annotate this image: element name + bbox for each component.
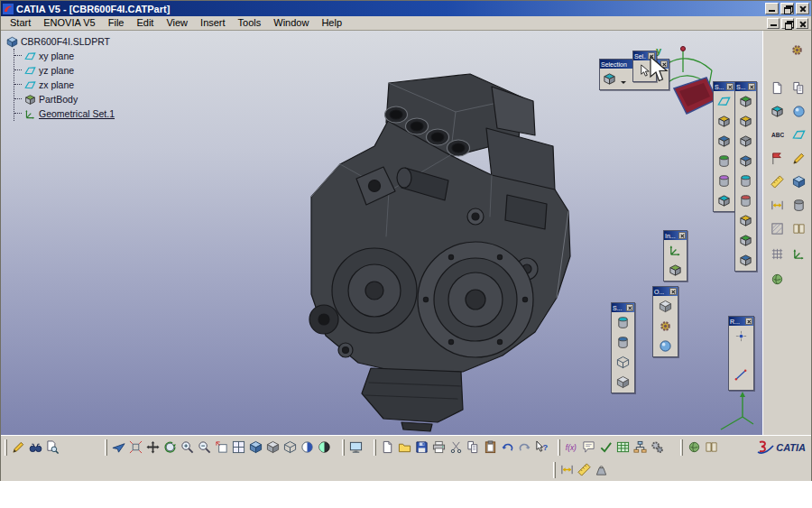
- toolbar-grip[interactable]: [5, 439, 7, 456]
- tree-root-label[interactable]: CBR600F4I.SLDPRT: [21, 36, 110, 47]
- tree-item-geometrical-set[interactable]: Geometrical Set.1: [14, 106, 115, 121]
- close-icon[interactable]: [669, 288, 677, 295]
- close-icon[interactable]: [745, 318, 752, 325]
- toolbar-grip[interactable]: [558, 439, 560, 456]
- new-document-icon[interactable]: [379, 438, 396, 457]
- toolbar-title-bar[interactable]: S...: [612, 303, 634, 312]
- pocket-icon[interactable]: [715, 132, 733, 151]
- sphere-icon[interactable]: [789, 101, 808, 121]
- minimize-button[interactable]: [765, 3, 779, 14]
- check-analysis-icon[interactable]: [597, 438, 614, 457]
- toolbar-title-bar[interactable]: S...: [714, 82, 734, 91]
- close-icon[interactable]: [626, 304, 633, 311]
- macros-icon[interactable]: [649, 438, 666, 457]
- catalog-browser-icon[interactable]: [703, 438, 720, 457]
- design-table-icon[interactable]: [614, 438, 632, 457]
- viewport-3d[interactable]: CBR600F4I.SLDPRT xy plane yz plane zx pl…: [1, 31, 762, 436]
- toolbar-title-bar[interactable]: R...: [729, 317, 753, 326]
- undo-icon[interactable]: [499, 438, 516, 457]
- menu-tools[interactable]: Tools: [232, 16, 268, 30]
- measure-item-icon[interactable]: [576, 460, 593, 479]
- abc-annotation-icon[interactable]: ABC: [767, 125, 787, 144]
- copy-icon[interactable]: [789, 78, 808, 97]
- engine-3d-model[interactable]: [270, 63, 581, 435]
- hide-show-icon[interactable]: [299, 438, 316, 457]
- tree-item-label[interactable]: yz plane: [39, 65, 74, 76]
- toolbar-insert[interactable]: In...: [663, 230, 687, 282]
- hatch-icon[interactable]: [767, 218, 787, 238]
- hole-icon[interactable]: [715, 191, 733, 210]
- menu-help[interactable]: Help: [315, 16, 348, 30]
- draft-angle-icon[interactable]: [737, 132, 754, 151]
- measure-between-icon[interactable]: [558, 460, 576, 479]
- normal-view-icon[interactable]: [213, 438, 230, 457]
- restore-button[interactable]: [780, 3, 794, 14]
- swap-visible-space-icon[interactable]: [316, 438, 333, 457]
- document-icon[interactable]: [767, 78, 787, 97]
- close-button[interactable]: [796, 3, 809, 14]
- line-icon[interactable]: [733, 365, 750, 384]
- formula-icon[interactable]: f(x): [563, 438, 580, 457]
- rotate-icon[interactable]: [161, 438, 179, 457]
- document-minimize-button[interactable]: [767, 18, 780, 29]
- body-icon[interactable]: [667, 261, 684, 280]
- shading-with-edges-icon[interactable]: [614, 333, 632, 352]
- ruler-icon[interactable]: [767, 171, 787, 191]
- measure-inertia-icon[interactable]: [593, 460, 610, 479]
- search-page-icon[interactable]: [44, 438, 61, 457]
- rectangular-pattern-icon[interactable]: [737, 211, 754, 230]
- measure-between-icon[interactable]: [767, 195, 787, 215]
- wireframe-icon[interactable]: [614, 353, 632, 372]
- toolbar-title-bar[interactable]: S...: [735, 82, 756, 91]
- isometric-view-icon[interactable]: [247, 438, 264, 457]
- tree-item-partbody[interactable]: PartBody: [14, 92, 115, 106]
- product-structure-icon[interactable]: [632, 438, 649, 457]
- shaft-icon[interactable]: [715, 152, 733, 171]
- print-icon[interactable]: [430, 438, 448, 457]
- axis-system-icon[interactable]: [667, 241, 684, 260]
- material-sphere-icon[interactable]: [767, 269, 787, 289]
- document-close-button[interactable]: [796, 18, 808, 29]
- toolbar-view-styles[interactable]: S...: [611, 302, 635, 393]
- menu-window[interactable]: Window: [267, 16, 315, 30]
- zoom-out-icon[interactable]: [196, 438, 213, 457]
- close-icon[interactable]: [678, 232, 686, 239]
- toolbar-grip[interactable]: [680, 439, 683, 456]
- wireframe-view-icon[interactable]: [281, 438, 299, 457]
- tree-item-zx-plane[interactable]: zx plane: [14, 78, 115, 92]
- menu-edit[interactable]: Edit: [130, 16, 160, 30]
- chevron-down-icon[interactable]: [621, 81, 626, 87]
- toolbar-reference-elements[interactable]: R...: [728, 316, 754, 391]
- cylinder-icon[interactable]: [789, 195, 808, 215]
- open-icon[interactable]: [396, 438, 413, 457]
- menu-view[interactable]: View: [160, 16, 194, 30]
- menu-start[interactable]: Start: [4, 16, 37, 30]
- save-icon[interactable]: [413, 438, 430, 457]
- thickness-icon[interactable]: [737, 171, 754, 190]
- new-window-icon[interactable]: [347, 438, 364, 457]
- point-icon[interactable]: [733, 327, 750, 346]
- thread-icon[interactable]: [737, 191, 754, 210]
- selection-sets-icon[interactable]: [601, 69, 618, 88]
- paste-icon[interactable]: [482, 438, 499, 457]
- zoom-in-icon[interactable]: [179, 438, 196, 457]
- toolbar-title-bar[interactable]: O...: [653, 287, 678, 296]
- toolbar-sketch-features[interactable]: S...: [713, 81, 735, 212]
- tree-item-label[interactable]: Geometrical Set.1: [39, 108, 115, 119]
- fit-all-in-icon[interactable]: [127, 438, 144, 457]
- toolbar-grip[interactable]: [105, 439, 107, 456]
- annotate-pencil-icon[interactable]: [789, 148, 808, 168]
- scaling-icon[interactable]: [737, 251, 754, 270]
- toolbar-grip[interactable]: [374, 439, 376, 456]
- pad-icon[interactable]: [715, 112, 733, 131]
- chamfer-icon[interactable]: [737, 112, 754, 131]
- surface-icon[interactable]: [767, 101, 787, 121]
- close-icon[interactable]: [748, 83, 755, 90]
- menu-insert[interactable]: Insert: [194, 16, 232, 30]
- toolbar-grip[interactable]: [553, 462, 556, 478]
- groove-icon[interactable]: [715, 171, 733, 190]
- edge-fillet-icon[interactable]: [737, 92, 754, 111]
- close-icon[interactable]: [726, 83, 734, 90]
- menu-enovia[interactable]: ENOVIA V5: [37, 16, 101, 30]
- whats-this-icon[interactable]: [533, 438, 550, 457]
